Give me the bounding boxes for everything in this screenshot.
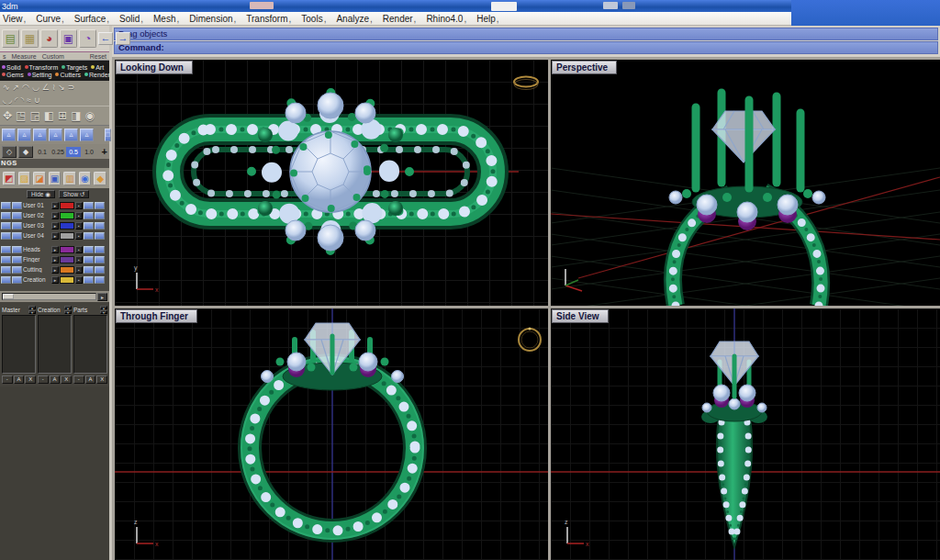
category-link[interactable]: Cutters [55,72,81,78]
hide-button[interactable]: Hide ◉ [27,190,55,198]
layer-button[interactable] [84,212,94,219]
layer-button[interactable] [12,276,22,284]
utility-icon[interactable]: ◩ [3,172,16,185]
layer-arrow-button[interactable]: ▸ [51,232,59,240]
list-body[interactable] [2,315,36,374]
list-remove-button[interactable]: - [2,375,13,384]
transform-tool-icon[interactable]: ⊞ [58,109,67,122]
layer-name[interactable]: Creation [23,276,50,283]
category-link[interactable]: Setting [28,72,52,78]
list-action-button[interactable]: A [50,375,61,384]
layer-button[interactable] [12,256,22,263]
transform-tool-icon[interactable]: ◧ [44,109,54,122]
layer-button[interactable] [84,256,94,263]
view-button[interactable]: ▵ [64,129,78,141]
utility-icon[interactable]: ◆ [94,172,106,185]
list-delete-button[interactable]: X [61,375,72,384]
layer-button[interactable] [12,246,22,253]
layer-button[interactable] [84,276,94,284]
viewport-label[interactable]: Side View [552,309,609,323]
command-prompt[interactable]: Command: [114,41,938,54]
view-button[interactable]: ▵ [17,129,31,141]
curve-tool-icon[interactable]: ◡ [32,83,39,92]
curve-tool-icon[interactable]: ◝ [21,95,25,105]
layer-button[interactable] [1,246,11,253]
layer-color-swatch[interactable] [60,246,74,253]
layer-lock-button[interactable]: ▪ [75,232,83,240]
utility-icon[interactable]: ◉ [79,172,92,185]
list-action-button[interactable]: A [85,375,96,384]
layer-button[interactable] [1,266,11,274]
layer-arrow-button[interactable]: ▸ [51,266,59,274]
menu-item[interactable]: Curve [36,14,63,24]
forward-arrow-button[interactable]: → [116,32,130,45]
view-button[interactable]: ▵ [33,129,47,141]
layer-button[interactable] [84,246,94,253]
slider-handle[interactable] [3,294,14,299]
layer-lock-button[interactable]: ▪ [75,276,83,284]
layer-button[interactable] [95,246,105,253]
list-remove-button[interactable]: - [73,375,84,384]
curve-tool-icon[interactable]: ≀ [52,83,55,92]
layer-lock-button[interactable]: ▪ [75,266,83,274]
layer-name[interactable]: User 02 [23,212,50,218]
curve-tool-icon[interactable]: ∪ [34,95,40,105]
category-link[interactable]: Transform [25,64,59,71]
back-arrow-button[interactable]: ← [98,32,113,45]
curve-tool-icon[interactable]: ∠ [42,83,50,92]
sidebar-tab[interactable]: Reset [90,53,106,60]
layer-name[interactable]: Finger [23,256,50,263]
layer-color-swatch[interactable] [60,232,74,240]
layer-button[interactable] [95,266,105,274]
layer-button[interactable] [84,222,94,230]
curve-tool-icon[interactable]: ◞ [9,95,13,105]
toolbar-icon[interactable]: ▣ [60,29,77,48]
transform-tool-icon[interactable]: ◲ [29,109,39,122]
sidebar-tab[interactable]: Custom [42,53,64,60]
snap-value-button[interactable]: 1.0 [82,147,96,157]
view-button[interactable]: ▵ [80,129,94,141]
list-delete-button[interactable]: X [96,375,107,384]
curve-tool-icon[interactable]: ⊃ [68,83,75,92]
layer-name[interactable]: Heads [23,246,50,252]
layer-color-swatch[interactable] [60,266,74,274]
transform-tool-icon[interactable]: ◨ [71,109,81,122]
curve-tool-icon[interactable]: ◟ [3,95,6,105]
layer-lock-button[interactable]: ▪ [75,246,83,253]
layer-name[interactable]: User 04 [23,232,50,239]
list-remove-button[interactable]: - [38,375,49,384]
category-link[interactable]: Gems [2,72,24,78]
layer-button[interactable] [1,222,11,230]
layer-button[interactable] [1,212,11,219]
slider-arrow-button[interactable]: ▸ [97,293,107,301]
viewport-perspective[interactable]: Perspective [551,60,940,306]
layer-color-swatch[interactable] [60,202,74,209]
menu-item[interactable]: Solid [119,14,143,24]
curve-tool-icon[interactable]: ↗ [13,83,20,92]
layer-button[interactable] [95,202,105,209]
list-body[interactable] [73,315,107,374]
toolbar-icon[interactable]: ◕ [40,29,58,48]
spinner-down-button[interactable]: ▾ [100,310,107,314]
utility-icon[interactable]: ▨ [18,172,31,185]
layer-button[interactable] [1,276,11,284]
layer-button[interactable] [1,232,11,240]
layer-name[interactable]: User 01 [23,202,50,208]
category-link[interactable]: Render [84,72,110,78]
curve-tool-icon[interactable]: ◜ [15,95,18,105]
toolbar-icon[interactable]: ▤ [2,29,19,48]
snap-value-button[interactable]: 0.1 [35,147,50,157]
spinner-down-button[interactable]: ▾ [28,310,36,314]
utility-icon[interactable]: ▣ [49,172,62,185]
layer-button[interactable] [12,202,22,209]
list-delete-button[interactable]: X [25,375,36,384]
menu-item[interactable]: View [3,14,26,24]
layer-button[interactable] [95,256,105,263]
visibility-icon[interactable]: ◇ [2,146,17,158]
transform-tool-icon[interactable]: ◉ [85,109,95,122]
utility-icon[interactable]: ◪ [33,172,46,185]
toolbar-icon[interactable]: ◔ [79,29,96,48]
transform-tool-icon[interactable]: ✥ [3,109,12,122]
layer-arrow-button[interactable]: ▸ [51,256,59,263]
viewport-through-finger[interactable]: Through Finger [115,308,548,560]
